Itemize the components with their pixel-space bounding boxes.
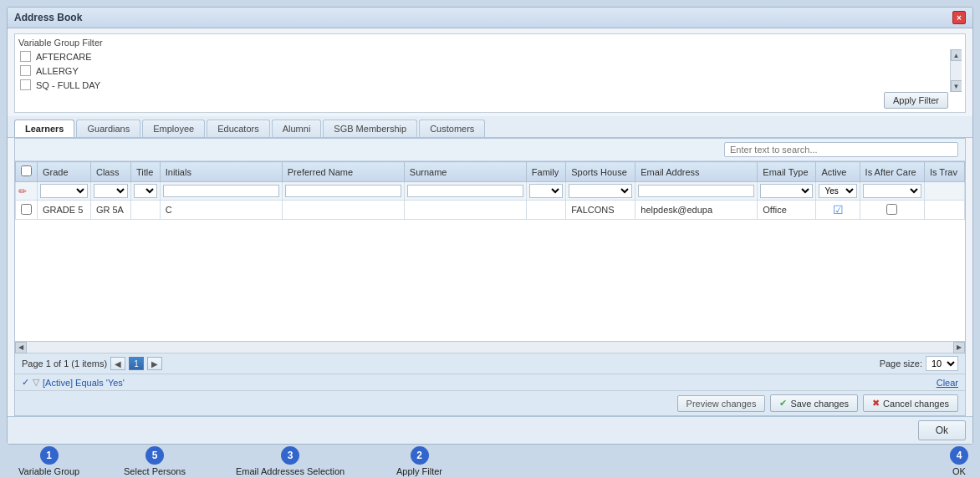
- is-after-care-checkbox[interactable]: [886, 204, 897, 215]
- row-checkbox[interactable]: [21, 204, 32, 215]
- filter-is-after-care-select[interactable]: [863, 184, 921, 198]
- filter-row: ✏: [16, 182, 965, 201]
- page-size-label: Page size:: [880, 358, 922, 369]
- dialog-title: Address Book: [14, 12, 82, 23]
- filter-sports-house-cell[interactable]: [566, 182, 635, 201]
- filter-title-select[interactable]: [134, 184, 157, 198]
- filter-check-icon: ✓: [22, 377, 29, 388]
- filter-preferred-name-input[interactable]: [285, 185, 401, 197]
- vgf-apply-filter-button[interactable]: Apply Filter: [884, 92, 948, 109]
- vgf-scrollbar[interactable]: ▲ ▼: [950, 49, 962, 92]
- filter-is-trav-cell[interactable]: [924, 182, 964, 201]
- cell-grade: GRADE 5: [38, 201, 91, 220]
- header-email-type: Email Type: [758, 162, 816, 182]
- filter-funnel-icon: ▽: [33, 377, 39, 388]
- page-size-select[interactable]: 10: [926, 356, 958, 371]
- tab-alumni[interactable]: Alumni: [272, 120, 322, 137]
- pagination-left: Page 1 of 1 (1 items) ◀ 1 ▶: [22, 357, 162, 370]
- next-page-button[interactable]: ▶: [147, 357, 162, 370]
- ok-button[interactable]: Ok: [918, 420, 966, 440]
- select-all-checkbox[interactable]: [21, 165, 32, 176]
- filter-surname-input[interactable]: [407, 185, 523, 197]
- search-bar: [15, 139, 965, 161]
- filter-grade-select[interactable]: [40, 184, 88, 198]
- filter-surname-cell[interactable]: [404, 182, 526, 201]
- scrollbar-track[interactable]: [951, 61, 962, 80]
- vgf-checkbox-sq[interactable]: [20, 79, 31, 90]
- hscroll-track[interactable]: [27, 342, 953, 353]
- current-page-button[interactable]: 1: [129, 357, 144, 370]
- filter-class-cell[interactable]: [90, 182, 130, 201]
- header-class: Class: [90, 162, 130, 182]
- cell-initials: C: [160, 201, 282, 220]
- tab-sgb-membership[interactable]: SGB Membership: [323, 120, 417, 137]
- cell-email-type: Office: [758, 201, 816, 220]
- filter-preferred-name-cell[interactable]: [282, 182, 404, 201]
- action-row: Preview changes ✔ Save changes ✖ Cancel …: [15, 390, 965, 415]
- pencil-icon: ✏: [18, 186, 27, 197]
- clear-filter-link[interactable]: Clear: [937, 378, 958, 388]
- prev-page-button[interactable]: ◀: [110, 357, 125, 370]
- filter-initials-cell[interactable]: [160, 182, 282, 201]
- header-sports-house: Sports House: [566, 162, 635, 182]
- annotation-4: 4 OK: [950, 446, 968, 476]
- vgf-item-label-sq: SQ - FULL DAY: [36, 80, 100, 90]
- header-active: Active: [816, 162, 860, 182]
- scrollbar-up-icon[interactable]: ▲: [951, 49, 962, 61]
- header-is-after-care: Is After Care: [860, 162, 924, 182]
- annotation-circle-1: 1: [40, 446, 59, 465]
- save-changes-button[interactable]: ✔ Save changes: [770, 394, 858, 412]
- search-input[interactable]: [724, 142, 958, 157]
- scrollbar-down-icon[interactable]: ▼: [951, 80, 962, 92]
- filter-active-cell[interactable]: Yes: [816, 182, 860, 201]
- filter-is-after-care-cell[interactable]: [860, 182, 924, 201]
- horizontal-scrollbar[interactable]: ◀ ▶: [15, 341, 965, 353]
- pagination-bar: Page 1 of 1 (1 items) ◀ 1 ▶ Page size: 1…: [15, 353, 965, 374]
- filter-class-select[interactable]: [94, 184, 128, 198]
- filter-family-select[interactable]: [529, 184, 563, 198]
- filter-title-cell[interactable]: [130, 182, 160, 201]
- tab-employee[interactable]: Employee: [142, 120, 205, 137]
- filter-email-type-cell[interactable]: [758, 182, 816, 201]
- close-button[interactable]: ×: [952, 11, 966, 24]
- cancel-changes-label: Cancel changes: [883, 399, 949, 409]
- annotation-5: 5 Select Persons: [124, 446, 186, 476]
- annotation-1: 1 Variable Group: [18, 446, 79, 476]
- preview-changes-button[interactable]: Preview changes: [677, 395, 766, 412]
- filter-email-address-cell[interactable]: [635, 182, 758, 201]
- filter-email-type-select[interactable]: [760, 184, 813, 198]
- filter-grade-cell[interactable]: [38, 182, 91, 201]
- cell-surname: [404, 201, 526, 220]
- vgf-item-2: ALLERGY: [18, 64, 962, 78]
- save-icon: ✔: [779, 398, 787, 409]
- tab-customers[interactable]: Customers: [419, 120, 485, 137]
- filter-sports-house-select[interactable]: [569, 184, 632, 198]
- vgf-checkbox-allergy[interactable]: [20, 65, 31, 76]
- hscroll-left-icon[interactable]: ◀: [15, 342, 27, 353]
- header-preferred-name: Preferred Name: [282, 162, 404, 182]
- grid-container[interactable]: Grade Class Title Initials Preferred Nam…: [15, 161, 965, 341]
- filter-tag: ✓ ▽ [Active] Equals 'Yes': [22, 377, 125, 388]
- tab-educators[interactable]: Educators: [207, 120, 270, 137]
- filter-initials-input[interactable]: [163, 185, 279, 197]
- filter-active-select[interactable]: Yes: [819, 184, 856, 198]
- filter-family-cell[interactable]: [526, 182, 565, 201]
- vgf-item-label-aftercare: AFTERCARE: [36, 52, 92, 62]
- hscroll-right-icon[interactable]: ▶: [953, 342, 965, 353]
- tab-guardians[interactable]: Guardians: [76, 120, 140, 137]
- header-checkbox-col: [16, 162, 38, 182]
- vgf-checkbox-aftercare[interactable]: [20, 51, 31, 62]
- cell-active: ☑: [816, 201, 860, 220]
- vgf-bottom: Apply Filter: [18, 92, 962, 112]
- annotation-circle-4: 4: [950, 446, 968, 465]
- header-surname: Surname: [404, 162, 526, 182]
- tab-learners[interactable]: Learners: [14, 120, 74, 137]
- annotation-label-1: Variable Group: [18, 466, 79, 476]
- cell-class: GR 5A: [90, 201, 130, 220]
- main-content: Grade Class Title Initials Preferred Nam…: [14, 138, 966, 416]
- active-check-icon: ☑: [833, 203, 844, 216]
- cancel-changes-button[interactable]: ✖ Cancel changes: [863, 394, 958, 412]
- filter-email-address-input[interactable]: [638, 185, 754, 197]
- annotation-circle-2: 2: [411, 446, 429, 465]
- row-checkbox-cell[interactable]: [16, 201, 38, 220]
